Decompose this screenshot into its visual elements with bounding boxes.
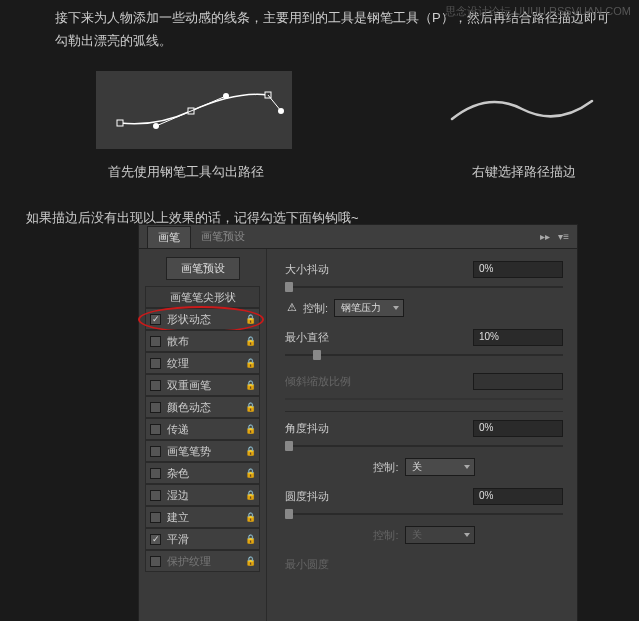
settings-area: 大小抖动 0% ⚠ 控制: 钢笔压力 最小直径 10% 倾斜缩放比例	[267, 249, 577, 621]
menu-icon[interactable]: ▾≡	[558, 231, 569, 242]
lock-icon[interactable]: 🔒	[245, 468, 255, 478]
checkbox[interactable]	[150, 512, 161, 523]
sidebar-item-2[interactable]: 纹理🔒	[145, 352, 260, 374]
watermark: 思念设计论坛 UUUU.RSSVUAN.COM	[445, 4, 631, 19]
angle-jitter-value[interactable]: 0%	[473, 420, 563, 437]
lock-icon[interactable]: 🔒	[245, 336, 255, 346]
svg-point-5	[223, 93, 229, 99]
panel-header: 画笔 画笔预设 ▸▸ ▾≡	[139, 225, 577, 249]
round-jitter-value[interactable]: 0%	[473, 488, 563, 505]
example-pen-path	[96, 71, 292, 149]
checkbox[interactable]	[150, 490, 161, 501]
pen-path-svg	[96, 71, 292, 149]
control2-select[interactable]: 关	[405, 458, 475, 476]
lock-icon[interactable]: 🔒	[245, 380, 255, 390]
lock-icon[interactable]: 🔒	[245, 424, 255, 434]
sidebar-item-0[interactable]: 形状动态🔒	[145, 308, 260, 330]
checkbox[interactable]	[150, 468, 161, 479]
lock-icon[interactable]: 🔒	[245, 314, 255, 324]
min-diameter-label: 最小直径	[285, 330, 473, 345]
size-jitter-slider[interactable]	[285, 281, 563, 293]
row-label: 双重画笔	[167, 378, 245, 393]
lock-icon[interactable]: 🔒	[245, 556, 255, 566]
svg-line-4	[156, 111, 191, 126]
sidebar-item-11[interactable]: 保护纹理🔒	[145, 550, 260, 572]
control1-label: 控制:	[303, 301, 328, 316]
min-diameter-slider[interactable]	[285, 349, 563, 361]
row-label: 画笔笔势	[167, 444, 245, 459]
sidebar-item-3[interactable]: 双重画笔🔒	[145, 374, 260, 396]
tilt-scale-slider	[285, 393, 563, 405]
tilt-scale-label: 倾斜缩放比例	[285, 374, 473, 389]
row-label: 保护纹理	[167, 554, 245, 569]
checkbox[interactable]	[150, 336, 161, 347]
lock-icon[interactable]: 🔒	[245, 534, 255, 544]
collapse-icon[interactable]: ▸▸	[540, 231, 550, 242]
round-jitter-slider[interactable]	[285, 508, 563, 520]
tip-shape-row[interactable]: 画笔笔尖形状	[145, 286, 260, 308]
angle-jitter-slider[interactable]	[285, 440, 563, 452]
sidebar-item-10[interactable]: 平滑🔒	[145, 528, 260, 550]
sidebar-item-5[interactable]: 传递🔒	[145, 418, 260, 440]
checkbox[interactable]	[150, 556, 161, 567]
svg-line-7	[268, 95, 281, 111]
svg-point-8	[278, 108, 284, 114]
sidebar-item-7[interactable]: 杂色🔒	[145, 462, 260, 484]
checkbox[interactable]	[150, 446, 161, 457]
row-label: 散布	[167, 334, 245, 349]
svg-rect-0	[117, 120, 123, 126]
row-label: 纹理	[167, 356, 245, 371]
sidebar-item-1[interactable]: 散布🔒	[145, 330, 260, 352]
min-round-label: 最小圆度	[285, 557, 563, 572]
svg-point-6	[153, 123, 159, 129]
row-label: 平滑	[167, 532, 245, 547]
stroke-svg	[442, 71, 602, 149]
row-label: 杂色	[167, 466, 245, 481]
checkbox[interactable]	[150, 402, 161, 413]
checkbox[interactable]	[150, 534, 161, 545]
sidebar-item-9[interactable]: 建立🔒	[145, 506, 260, 528]
tab-brush[interactable]: 画笔	[147, 226, 191, 248]
lock-icon[interactable]: 🔒	[245, 490, 255, 500]
control3-select[interactable]: 关	[405, 526, 475, 544]
sidebar-item-6[interactable]: 画笔笔势🔒	[145, 440, 260, 462]
brush-panel: 画笔 画笔预设 ▸▸ ▾≡ 画笔预设 画笔笔尖形状 形状动态🔒散布🔒纹理🔒双重画…	[138, 224, 578, 621]
tilt-scale-value	[473, 373, 563, 390]
sidebar-item-4[interactable]: 颜色动态🔒	[145, 396, 260, 418]
examples-row	[0, 71, 639, 149]
panel-sidebar: 画笔预设 画笔笔尖形状 形状动态🔒散布🔒纹理🔒双重画笔🔒颜色动态🔒传递🔒画笔笔势…	[139, 249, 267, 621]
svg-line-3	[191, 96, 226, 111]
warning-icon: ⚠	[285, 301, 299, 315]
caption-left: 首先使用钢笔工具勾出路径	[108, 163, 264, 181]
round-jitter-label: 圆度抖动	[285, 489, 473, 504]
row-label: 颜色动态	[167, 400, 245, 415]
captions: 首先使用钢笔工具勾出路径 右键选择路径描边	[0, 163, 639, 181]
checkbox[interactable]	[150, 380, 161, 391]
control3-label: 控制:	[373, 528, 398, 543]
tab-presets[interactable]: 画笔预设	[191, 226, 255, 247]
lock-icon[interactable]: 🔒	[245, 446, 255, 456]
angle-jitter-label: 角度抖动	[285, 421, 473, 436]
checkbox[interactable]	[150, 424, 161, 435]
row-label: 形状动态	[167, 312, 245, 327]
checkbox[interactable]	[150, 358, 161, 369]
size-jitter-label: 大小抖动	[285, 262, 473, 277]
example-stroke	[442, 71, 602, 149]
lock-icon[interactable]: 🔒	[245, 402, 255, 412]
brush-preset-button[interactable]: 画笔预设	[166, 257, 240, 280]
lock-icon[interactable]: 🔒	[245, 358, 255, 368]
checkbox[interactable]	[150, 314, 161, 325]
sidebar-item-8[interactable]: 湿边🔒	[145, 484, 260, 506]
size-jitter-value[interactable]: 0%	[473, 261, 563, 278]
control2-label: 控制:	[373, 460, 398, 475]
row-label: 建立	[167, 510, 245, 525]
control1-select[interactable]: 钢笔压力	[334, 299, 404, 317]
min-diameter-value[interactable]: 10%	[473, 329, 563, 346]
row-label: 传递	[167, 422, 245, 437]
caption-right: 右键选择路径描边	[472, 163, 576, 181]
lock-icon[interactable]: 🔒	[245, 512, 255, 522]
row-label: 湿边	[167, 488, 245, 503]
